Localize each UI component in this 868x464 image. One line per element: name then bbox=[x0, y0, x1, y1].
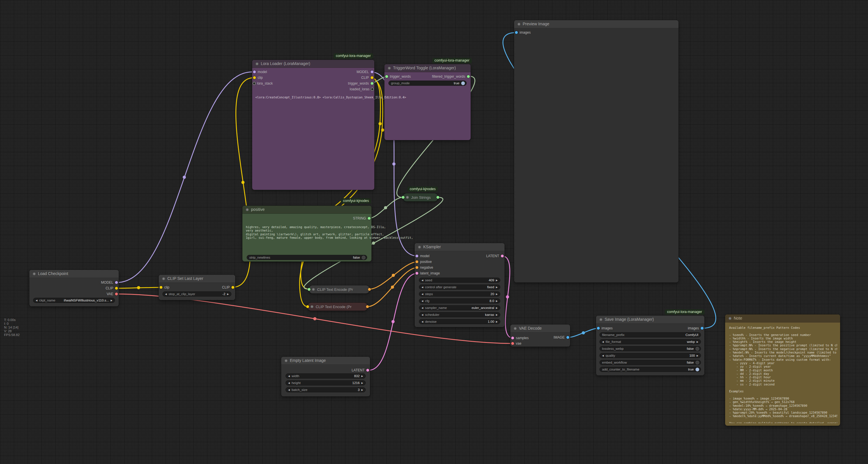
model-port-dot[interactable] bbox=[371, 70, 373, 74]
node-lora-loader[interactable]: Lora Loader (LoraManager) model clip lor… bbox=[252, 60, 374, 190]
input-clip[interactable]: clip bbox=[160, 286, 169, 289]
widget-control-after-generate[interactable]: ◀ control after generate fixed ▶ bbox=[419, 285, 500, 290]
input-images[interactable]: images bbox=[515, 31, 531, 34]
decrement-arrow-icon[interactable]: ◀ bbox=[602, 354, 604, 357]
node-collapse-dot[interactable] bbox=[418, 246, 421, 249]
input-lora-stack[interactable]: lora_stack bbox=[253, 82, 273, 85]
widget-batch-size[interactable]: ◀ batch_size 3 ▶ bbox=[285, 387, 366, 393]
increment-arrow-icon[interactable]: ▶ bbox=[696, 354, 699, 357]
node-collapse-dot[interactable] bbox=[406, 196, 409, 199]
widget-strip-newlines[interactable]: strip_newlines false bbox=[247, 255, 367, 260]
widget-height[interactable]: ◀ height 1216 ▶ bbox=[285, 380, 366, 385]
widget-stop-at-clip-layer[interactable]: ◀ stop_at_clip_layer -2 ▶ bbox=[162, 291, 231, 297]
widget-seed[interactable]: ◀ seed 409 ▶ bbox=[419, 278, 500, 283]
decrement-arrow-icon[interactable]: ◀ bbox=[288, 382, 290, 384]
widget-width[interactable]: ◀ width 832 ▶ bbox=[285, 373, 366, 379]
widget-embed-workflow[interactable]: embed_workflow false bbox=[599, 360, 701, 365]
widget-scheduler[interactable]: ◀ scheduler karras ▶ bbox=[419, 312, 500, 317]
output-loaded-loras[interactable]: loaded_loras bbox=[350, 87, 373, 91]
increment-arrow-icon[interactable]: ▶ bbox=[496, 320, 498, 323]
conditioning-port-dot[interactable] bbox=[415, 260, 418, 263]
decrement-arrow-icon[interactable]: ◀ bbox=[288, 375, 290, 377]
widget-filename-prefix[interactable]: filename_prefix ComfyUI bbox=[599, 332, 701, 338]
node-join-strings[interactable]: Join Strings bbox=[403, 193, 438, 201]
node-collapse-dot[interactable] bbox=[514, 327, 517, 330]
string-port-dot[interactable] bbox=[436, 196, 439, 199]
node-vae-decode[interactable]: VAE Decode samples vae IMAGE bbox=[510, 324, 570, 347]
increment-arrow-icon[interactable]: ▶ bbox=[111, 299, 113, 302]
string-port-dot[interactable] bbox=[385, 75, 388, 78]
node-collapse-dot[interactable] bbox=[518, 23, 520, 26]
widget-sampler-name[interactable]: ◀ sampler_name euler_ancestral ▶ bbox=[419, 305, 500, 310]
input-clip[interactable]: clip bbox=[253, 76, 263, 79]
node-positive-prompt[interactable]: positive STRING highres, very detailed, … bbox=[242, 206, 371, 261]
unconnected-port-dot[interactable] bbox=[371, 88, 373, 90]
node-collapse-dot[interactable] bbox=[312, 288, 315, 291]
decrement-arrow-icon[interactable]: ◀ bbox=[422, 320, 423, 323]
decrement-arrow-icon[interactable]: ◀ bbox=[422, 293, 423, 295]
latent-port-dot[interactable] bbox=[511, 337, 514, 340]
clip-port-dot[interactable] bbox=[231, 286, 234, 289]
increment-arrow-icon[interactable]: ▶ bbox=[362, 388, 363, 391]
node-collapse-dot[interactable] bbox=[162, 277, 165, 280]
widget-lossless-webp[interactable]: lossless_webp false bbox=[599, 346, 701, 351]
positive-prompt-text[interactable]: highres, very detailed, amazing quality,… bbox=[246, 225, 413, 239]
toggle-on-icon[interactable] bbox=[461, 81, 465, 85]
image-port-dot[interactable] bbox=[566, 336, 569, 339]
node-collapse-dot[interactable] bbox=[388, 67, 391, 69]
widget-group-mode[interactable]: group_mode true bbox=[389, 81, 467, 86]
output-latent[interactable]: LATENT bbox=[352, 369, 369, 372]
toggle-off-icon[interactable] bbox=[695, 347, 699, 351]
image-port-dot[interactable] bbox=[515, 31, 518, 34]
input-trigger-words[interactable]: trigger_words bbox=[385, 75, 411, 78]
node-save-image[interactable]: Save Image (LoraManager) images images f… bbox=[596, 316, 704, 375]
input-model[interactable]: model bbox=[253, 70, 267, 74]
increment-arrow-icon[interactable]: ▶ bbox=[496, 279, 498, 282]
lora-syntax-text[interactable]: <lora:CreateConcept_Illustrious:0.8> <lo… bbox=[255, 95, 406, 99]
note-text[interactable]: Available filename_prefix Pattern Codes … bbox=[729, 326, 837, 423]
string-port-dot[interactable] bbox=[371, 82, 373, 85]
decrement-arrow-icon[interactable]: ◀ bbox=[288, 388, 290, 391]
decrement-arrow-icon[interactable]: ◀ bbox=[422, 300, 423, 302]
model-port-dot[interactable] bbox=[253, 70, 256, 74]
conditioning-port-dot[interactable] bbox=[368, 288, 371, 291]
conditioning-port-dot[interactable] bbox=[415, 266, 418, 269]
output-filtered-trigger-words[interactable]: filtered_trigger_words bbox=[432, 75, 470, 78]
node-collapse-dot[interactable] bbox=[256, 62, 258, 65]
toggle-off-icon[interactable] bbox=[695, 361, 699, 365]
node-note[interactable]: Note Available filename_prefix Pattern C… bbox=[725, 314, 840, 426]
clip-port-dot[interactable] bbox=[115, 287, 118, 290]
latent-port-dot[interactable] bbox=[366, 369, 369, 372]
increment-arrow-icon[interactable]: ▶ bbox=[496, 286, 498, 289]
widget-file-format[interactable]: ◀ file_format webp ▶ bbox=[599, 339, 701, 344]
output-images[interactable]: images bbox=[688, 326, 704, 330]
increment-arrow-icon[interactable]: ▶ bbox=[496, 314, 498, 316]
widget-ckpt-name[interactable]: ◀ ckpt_name il\waiNSFWIllustrious_v110.s… bbox=[33, 298, 115, 303]
clip-port-dot[interactable] bbox=[371, 76, 373, 79]
decrement-arrow-icon[interactable]: ◀ bbox=[422, 314, 423, 316]
node-clip-text-encode-negative[interactable]: CLIP Text Encode (Pr bbox=[308, 302, 367, 311]
clip-port-dot[interactable] bbox=[306, 305, 309, 308]
output-clip[interactable]: CLIP bbox=[105, 287, 118, 290]
node-preview-image[interactable]: Preview Image images bbox=[514, 20, 679, 283]
node-load-checkpoint[interactable]: Load Checkpoint MODEL CLIP VAE ◀ ckpt_na… bbox=[29, 270, 119, 307]
output-trigger-words[interactable]: trigger_words bbox=[348, 82, 373, 85]
image-port-dot[interactable] bbox=[701, 327, 704, 330]
output-clip[interactable]: CLIP bbox=[361, 76, 373, 79]
input-vae[interactable]: vae bbox=[511, 342, 521, 345]
widget-steps[interactable]: ◀ steps 20 ▶ bbox=[419, 291, 500, 297]
node-collapse-dot[interactable] bbox=[728, 317, 732, 320]
clip-port-dot[interactable] bbox=[253, 76, 256, 79]
string-port-dot[interactable] bbox=[402, 196, 405, 199]
node-ksampler[interactable]: KSampler model positive negative latent_… bbox=[414, 243, 504, 327]
string-port-dot[interactable] bbox=[308, 288, 311, 291]
input-samples[interactable]: samples bbox=[511, 336, 529, 340]
output-model[interactable]: MODEL bbox=[356, 70, 373, 74]
output-string[interactable]: STRING bbox=[353, 216, 371, 220]
output-image[interactable]: IMAGE bbox=[554, 336, 569, 339]
input-latent-image[interactable]: latent_image bbox=[415, 271, 440, 275]
input-positive[interactable]: positive bbox=[415, 260, 432, 263]
decrement-arrow-icon[interactable]: ◀ bbox=[422, 307, 423, 309]
toggle-on-icon[interactable] bbox=[695, 368, 699, 371]
node-collapse-dot[interactable] bbox=[246, 208, 249, 211]
